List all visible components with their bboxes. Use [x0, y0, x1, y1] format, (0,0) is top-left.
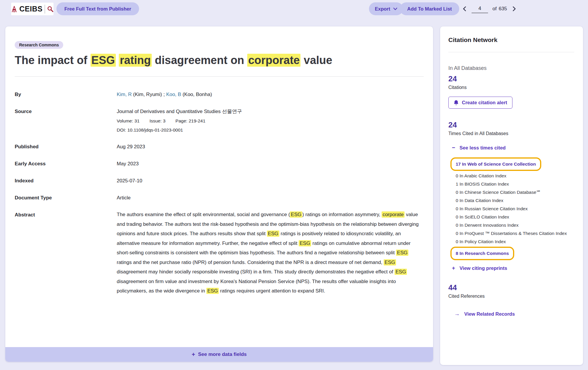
cited-references-count: 44: [448, 283, 574, 292]
times-cited-item: 0 In Policy Citation Index: [456, 238, 574, 246]
author-separator: ;: [162, 92, 166, 97]
abstract-label: Abstract: [15, 210, 117, 296]
citations-count: 24: [448, 74, 574, 83]
ceibs-logo-link[interactable]: CEIBS: [11, 3, 54, 15]
article-record-card: Research Commons The impact of ESG ratin…: [5, 26, 433, 362]
bell-icon: [454, 100, 459, 105]
in-all-databases-label: In All Databases: [448, 65, 574, 71]
document-type-value: Article: [117, 193, 131, 203]
author-fullname: (Kim, Ryumi): [132, 92, 162, 97]
times-cited-item: 0 In Arabic Citation Index: [456, 172, 574, 180]
source-journal-title: Journal of Derivatives and Quantitative …: [117, 107, 242, 116]
free-full-text-label: Free Full Text from Publisher: [64, 6, 131, 12]
export-button[interactable]: Export: [369, 2, 403, 15]
record-fields: By Kim, R (Kim, Ryumi) ; Koo, B (Koo, Bo…: [15, 90, 424, 296]
author-link[interactable]: Koo, B: [166, 92, 181, 97]
ceibs-logo-icon: [11, 5, 17, 13]
article-title: The impact of ESG rating disagreement on…: [15, 53, 424, 68]
indexed-value: 2025-07-10: [117, 176, 142, 186]
highlighted-term: ESG: [91, 54, 116, 67]
plus-icon: +: [452, 265, 455, 271]
times-cited-item: 1 In BIOSIS Citation Index: [456, 180, 574, 188]
search-icon[interactable]: [47, 5, 54, 13]
research-commons-badge: Research Commons: [15, 41, 63, 49]
create-citation-alert-label: Create citation alert: [462, 100, 507, 105]
times-cited-item-highlighted[interactable]: 8 In Research Commons: [450, 247, 514, 260]
times-cited-label: Times Cited in All Databases: [448, 131, 574, 136]
arrow-right-icon: →: [454, 311, 460, 317]
document-type-field-row: Document Type Article: [15, 193, 424, 203]
indexed-field-row: Indexed 2025-07-10: [15, 176, 424, 186]
source-meta: Volume: 31 Issue: 3 Page: 219-241: [117, 116, 242, 125]
by-label: By: [15, 90, 117, 99]
highlighted-term: ESG: [206, 288, 219, 294]
view-citing-preprints-link[interactable]: + View citing preprints: [452, 265, 574, 271]
record-pagination: of 635: [462, 2, 517, 15]
highlighted-term: ESG: [267, 231, 279, 237]
abstract-field-row: Abstract The authors examine the effect …: [15, 210, 424, 296]
view-related-records-label: View Related Records: [464, 311, 515, 317]
cited-references-label: Cited References: [448, 294, 574, 299]
next-record-button[interactable]: [512, 5, 517, 12]
times-cited-count: 24: [448, 120, 574, 130]
early-access-label: Early Access: [15, 159, 117, 169]
indexed-label: Indexed: [15, 176, 117, 186]
citations-label: Citations: [448, 85, 574, 90]
document-type-label: Document Type: [15, 193, 117, 203]
source-doi: DOI: 10.1108/jdqs-01-2023-0001: [117, 125, 242, 134]
times-cited-item-highlighted[interactable]: 17 In Web of Science Core Collection: [450, 157, 541, 171]
source-value: Journal of Derivatives and Quantitative …: [117, 107, 242, 134]
published-label: Published: [15, 142, 117, 152]
pagination-of-label: of: [492, 6, 497, 12]
see-less-times-cited-label: See less times cited: [460, 145, 506, 151]
published-field-row: Published Aug 29 2023: [15, 142, 424, 152]
times-cited-item: 0 In ProQuest ™ Dissertations & Theses C…: [456, 229, 574, 238]
times-cited-item: 0 In SciELO Citation Index: [456, 213, 574, 221]
early-access-field-row: Early Access May 2023: [15, 159, 424, 169]
see-more-data-fields-button[interactable]: + See more data fields: [5, 347, 433, 362]
logo-text: CEIBS: [19, 5, 43, 13]
free-full-text-button[interactable]: Free Full Text from Publisher: [56, 2, 139, 15]
create-citation-alert-button[interactable]: Create citation alert: [448, 97, 512, 109]
times-cited-item: 0 In Chinese Science Citation Database℠: [456, 188, 574, 196]
times-cited-item: 0 In Derwent Innovations Index: [456, 221, 574, 229]
see-less-times-cited-link[interactable]: − See less times cited: [452, 144, 574, 151]
source-issue: Issue: 3: [150, 116, 166, 125]
citation-network-divider: [448, 52, 574, 52]
logo-divider: [45, 5, 45, 14]
highlighted-term: ESG: [384, 259, 396, 265]
highlighted-term: rating: [119, 54, 152, 67]
citation-network-panel: Citation Network In All Databases 24 Cit…: [440, 26, 583, 365]
source-label: Source: [15, 107, 117, 134]
previous-record-button[interactable]: [462, 5, 467, 12]
abstract-text: The authors examine the effect of split …: [117, 210, 424, 296]
times-cited-item: 0 In Russian Science Citation Index: [456, 205, 574, 213]
highlighted-term: ESG: [396, 250, 408, 256]
highlighted-term: corporate: [247, 54, 300, 67]
times-cited-item: 0 In Data Citation Index: [456, 196, 574, 205]
add-to-marked-list-button[interactable]: Add To Marked List: [400, 2, 459, 15]
pagination-total-count: 635: [499, 6, 507, 12]
citation-network-title: Citation Network: [448, 36, 574, 43]
pagination-total: of 635: [492, 6, 507, 12]
author-fullname: (Koo, Bonha): [181, 92, 212, 97]
title-divider: [15, 76, 424, 77]
chevron-down-icon: [393, 8, 397, 10]
times-cited-list: 17 In Web of Science Core Collection0 In…: [456, 157, 574, 260]
source-volume: Volume: 31: [117, 116, 140, 125]
minus-icon: −: [452, 144, 455, 151]
author-link[interactable]: Kim, R: [117, 92, 132, 97]
plus-icon: +: [192, 351, 195, 358]
chevron-right-icon: [513, 6, 516, 11]
source-page: Page: 219-241: [176, 116, 206, 125]
by-field-row: By Kim, R (Kim, Ryumi) ; Koo, B (Koo, Bo…: [15, 90, 424, 99]
highlighted-term: ESG: [395, 269, 407, 275]
early-access-value: May 2023: [117, 159, 139, 169]
add-to-marked-list-label: Add To Marked List: [407, 6, 452, 12]
highlighted-term: corporate: [382, 211, 405, 218]
highlighted-term: ESG: [290, 211, 302, 218]
highlighted-term: ESG: [299, 240, 311, 246]
view-related-records-link[interactable]: → View Related Records: [454, 311, 574, 317]
export-label: Export: [375, 6, 390, 12]
page-number-input[interactable]: [472, 4, 488, 13]
